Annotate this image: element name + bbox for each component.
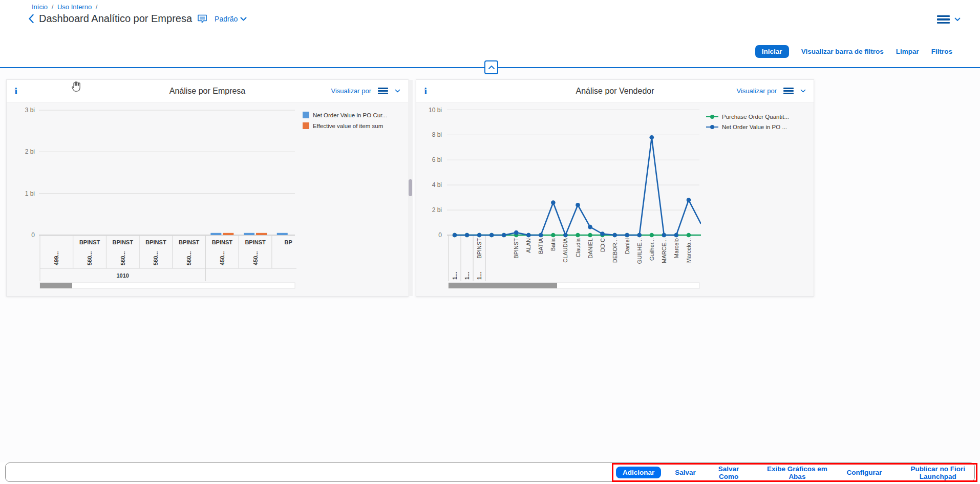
vertical-scrollbar[interactable]: [408, 80, 413, 296]
filter-actions-row: Iniciar Visualizar barra de filtros Limp…: [755, 45, 952, 58]
svg-text:GUILHE...: GUILHE...: [636, 238, 643, 264]
publicar-no-fiori-launchpad-button[interactable]: Publicar no Fiori Launchpad: [896, 465, 980, 480]
salvar-como-button[interactable]: Salvar Como: [710, 465, 748, 480]
svg-text:MARCE...: MARCE...: [661, 238, 667, 263]
svg-text:BP: BP: [285, 239, 292, 245]
svg-text:Daniel: Daniel: [624, 238, 630, 254]
visualizar-por-link[interactable]: Visualizar por: [331, 87, 371, 95]
svg-text:Batia: Batia: [550, 238, 556, 251]
card-controls: Visualizar por: [736, 87, 806, 95]
svg-text:BPINST: BPINST: [145, 239, 166, 245]
plot-area: BPINSTBPINSTBPINSTBPINSTBPINSTBPINSTBP49…: [40, 233, 305, 281]
svg-text:DDIC: DDIC: [600, 238, 606, 252]
legend-item[interactable]: Effective value of item sum: [303, 122, 387, 129]
svg-text:1 bi: 1 bi: [25, 190, 35, 197]
limpar-button[interactable]: Limpar: [896, 48, 919, 55]
svg-text:3 bi: 3 bi: [25, 107, 35, 114]
svg-text:BPINST: BPINST: [179, 239, 200, 245]
iniciar-button[interactable]: Iniciar: [755, 45, 789, 58]
chevron-up-icon: [488, 65, 495, 70]
breadcrumb-link-inicio[interactable]: Início: [32, 3, 48, 11]
hamburger-menu-icon[interactable]: [937, 15, 950, 24]
legend-label: Net Order Value in PO ...: [722, 124, 787, 130]
breadcrumb-separator: /: [96, 3, 98, 11]
svg-text:560...: 560...: [186, 251, 192, 265]
chevron-down-icon[interactable]: [395, 89, 400, 93]
visualizar-barra-de-filtros-button[interactable]: Visualizar barra de filtros: [801, 48, 884, 55]
chevron-down-icon[interactable]: [800, 89, 806, 93]
hamburger-menu-icon[interactable]: [783, 88, 794, 94]
card-analise-por-vendedor: 10 bi8 bi6 bi4 bi2 bi01...1...1...BPINST…: [416, 79, 814, 297]
svg-text:1...: 1...: [452, 272, 458, 280]
legend-label: Purchase Order Quantit...: [722, 114, 789, 120]
footer-actions: Adicionar Salvar Salvar Como Exibe Gráfi…: [616, 466, 980, 479]
title-row: Dashboard Analítico por Empresa Padrão: [28, 13, 247, 25]
legend: Net Order Value in PO Cur... Effective v…: [303, 112, 387, 129]
legend-label: Effective value of item sum: [313, 123, 383, 129]
exibe-graficos-em-abas-button[interactable]: Exibe Gráficos em Abas: [761, 465, 833, 480]
svg-text:2 bi: 2 bi: [25, 148, 35, 155]
svg-text:2 bi: 2 bi: [432, 206, 442, 214]
visualizar-por-link[interactable]: Visualizar por: [736, 87, 777, 95]
horizontal-scrollbar-thumb[interactable]: [40, 283, 72, 288]
svg-text:BPINST: BPINST: [79, 239, 100, 245]
svg-text:Marcelo...: Marcelo...: [686, 238, 692, 263]
legend-dot-swatch-1: [710, 125, 714, 129]
svg-text:BPINST: BPINST: [113, 239, 134, 245]
info-icon[interactable]: i: [424, 86, 427, 96]
card-header: i Análise por Empresa Visualizar por: [7, 80, 408, 102]
svg-text:560...: 560...: [87, 251, 93, 265]
svg-text:450...: 450...: [252, 251, 259, 265]
salvar-button[interactable]: Salvar: [675, 469, 696, 476]
card-controls: Visualizar por: [331, 87, 400, 95]
line-chart[interactable]: 10 bi8 bi6 bi4 bi2 bi01...1...1...BPINST…: [416, 80, 815, 297]
horizontal-scrollbar-thumb[interactable]: [449, 283, 557, 288]
legend-item[interactable]: Net Order Value in PO ...: [706, 124, 789, 130]
legend-item[interactable]: Net Order Value in PO Cur...: [303, 112, 387, 118]
svg-text:8 bi: 8 bi: [432, 131, 442, 138]
chevron-down-icon[interactable]: [954, 17, 961, 22]
comment-button[interactable]: [197, 14, 207, 24]
adicionar-button[interactable]: Adicionar: [616, 467, 661, 478]
svg-text:DEBOR...: DEBOR...: [612, 238, 618, 263]
legend-label: Net Order Value in PO Cur...: [313, 112, 387, 118]
svg-text:Claudia: Claudia: [575, 238, 581, 257]
collapse-header-button[interactable]: [484, 60, 498, 74]
legend-line-swatch-1: [706, 127, 718, 128]
legend-item[interactable]: Purchase Order Quantit...: [706, 114, 789, 120]
svg-text:Guilher...: Guilher...: [649, 238, 655, 261]
svg-text:BPINST: BPINST: [513, 238, 519, 259]
svg-text:BPINST: BPINST: [212, 239, 233, 245]
chevron-left-icon: [28, 14, 34, 24]
legend-swatch-bar-1: [303, 122, 309, 129]
page: Início / Uso Interno / Dashboard Analíti…: [0, 0, 980, 484]
chevron-down-icon: [240, 17, 247, 21]
hamburger-menu-icon[interactable]: [378, 88, 388, 94]
card-header: i Análise por Vendedor Visualizar por: [416, 80, 814, 102]
svg-text:6 bi: 6 bi: [432, 156, 442, 163]
info-icon[interactable]: i: [14, 86, 17, 96]
svg-text:0: 0: [438, 232, 442, 239]
filtros-button[interactable]: Filtros: [931, 48, 952, 55]
svg-text:560...: 560...: [120, 251, 126, 265]
configurar-button[interactable]: Configurar: [846, 469, 882, 476]
back-button[interactable]: [28, 14, 34, 24]
svg-text:0: 0: [31, 232, 35, 239]
svg-text:1...: 1...: [464, 272, 470, 280]
svg-text:ALAN: ALAN: [525, 238, 531, 253]
vertical-scrollbar-thumb[interactable]: [409, 179, 412, 196]
plot-area: 1...1...1...BPINSTBPINSTALANBATIABatiaCL…: [449, 135, 701, 281]
svg-text:BPINST: BPINST: [476, 238, 482, 259]
svg-text:560...: 560...: [153, 251, 159, 265]
breadcrumb-link-uso-interno[interactable]: Uso Interno: [57, 3, 92, 11]
variant-selector[interactable]: Padrão: [215, 15, 247, 23]
breadcrumb: Início / Uso Interno /: [32, 3, 99, 11]
svg-text:499...: 499...: [53, 251, 59, 265]
svg-text:DANIEL: DANIEL: [587, 238, 593, 259]
legend-swatch-bar-0: [303, 112, 309, 118]
svg-text:Marcelo: Marcelo: [673, 238, 679, 258]
svg-text:450...: 450...: [219, 251, 225, 265]
legend: Purchase Order Quantit... Net Order Valu…: [706, 114, 789, 130]
breadcrumb-separator: /: [52, 3, 54, 11]
svg-text:BATIA: BATIA: [538, 238, 544, 254]
